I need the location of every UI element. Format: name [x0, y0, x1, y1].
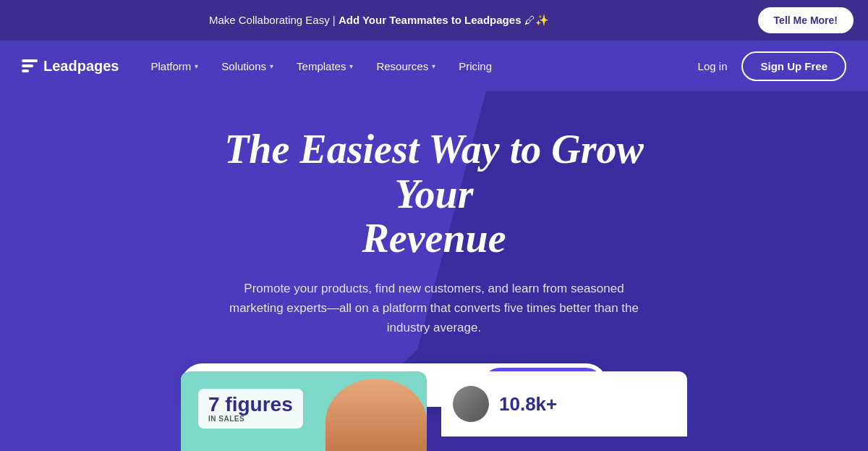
avatar: [453, 386, 489, 422]
nav-platform-label: Platform: [150, 60, 191, 72]
stat-label-sales: IN SALES: [208, 415, 293, 423]
hero-title: The Easiest Way to Grow Your Revenue: [181, 127, 687, 261]
nav-resources-label: Resources: [376, 60, 428, 72]
card-subscribers: 10.8k+: [441, 371, 687, 437]
announcement-bar: Make Collaborating Easy | Add Your Teamm…: [0, 0, 868, 41]
logo-icon: [22, 59, 38, 72]
close-announcement-button[interactable]: ×: [845, 13, 854, 28]
nav-pricing[interactable]: Pricing: [448, 54, 502, 78]
nav-solutions[interactable]: Solutions ▾: [211, 54, 284, 78]
signup-button[interactable]: Sign Up Free: [741, 51, 846, 81]
chevron-down-icon: ▾: [349, 62, 353, 70]
card-figures: 7 figures IN SALES: [181, 371, 427, 451]
logo-link[interactable]: Leadpages: [22, 58, 119, 75]
card-stat-left: 7 figures IN SALES: [198, 389, 303, 429]
hero-title-line2: Revenue: [362, 216, 506, 261]
nav-platform[interactable]: Platform ▾: [140, 54, 208, 78]
navbar: Leadpages Platform ▾ Solutions ▾ Templat…: [0, 41, 868, 91]
login-button[interactable]: Log in: [698, 60, 728, 72]
stat-number-figures: 7 figures: [208, 395, 293, 415]
chevron-down-icon: ▾: [195, 62, 198, 70]
stat-number-subscribers: 10.8k+: [499, 395, 557, 413]
hero-title-line1: The Easiest Way to Grow Your: [224, 127, 644, 216]
announcement-emoji: 🖊✨: [524, 14, 549, 26]
hero-subtitle: Promote your products, find new customer…: [217, 279, 651, 338]
tell-me-more-button[interactable]: Tell Me More!: [758, 7, 854, 33]
nav-right: Log in Sign Up Free: [698, 51, 846, 81]
nav-templates[interactable]: Templates ▾: [286, 54, 363, 78]
card-stat-right: 10.8k+: [499, 395, 557, 413]
nav-templates-label: Templates: [297, 60, 346, 72]
hero-cards: 7 figures IN SALES 10.8k+: [181, 371, 687, 451]
nav-pricing-label: Pricing: [459, 60, 492, 72]
chevron-down-icon: ▾: [432, 62, 435, 70]
nav-solutions-label: Solutions: [221, 60, 266, 72]
nav-links: Platform ▾ Solutions ▾ Templates ▾ Resou…: [140, 54, 697, 78]
chevron-down-icon: ▾: [270, 62, 273, 70]
announcement-plain: Make Collaborating Easy |: [209, 14, 339, 26]
logo-text: Leadpages: [43, 58, 119, 75]
announcement-bold: Add Your Teammates to Leadpages: [339, 14, 522, 26]
nav-resources[interactable]: Resources ▾: [366, 54, 446, 78]
announcement-text: Make Collaborating Easy | Add Your Teamm…: [14, 14, 744, 27]
hero-section: The Easiest Way to Grow Your Revenue Pro…: [0, 91, 868, 451]
hero-content: The Easiest Way to Grow Your Revenue Pro…: [181, 127, 687, 407]
